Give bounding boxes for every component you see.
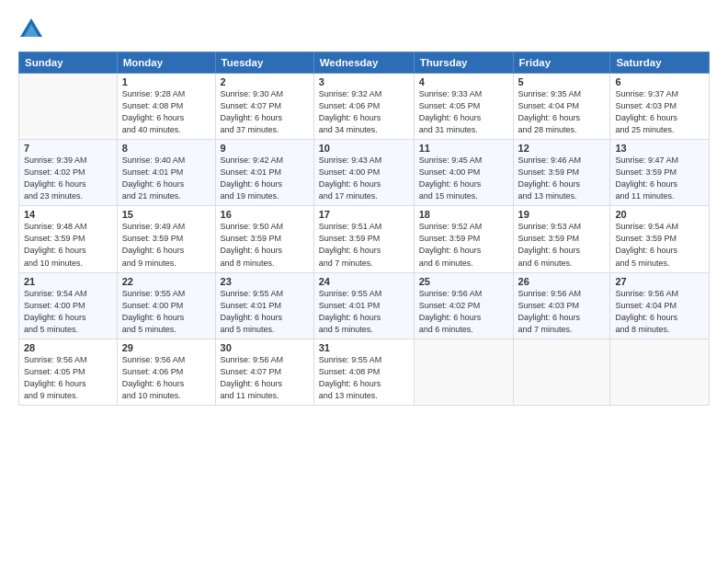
day-number: 26 bbox=[518, 276, 606, 287]
calendar-cell: 18Sunrise: 9:52 AMSunset: 3:59 PMDayligh… bbox=[414, 206, 513, 272]
day-number: 31 bbox=[319, 342, 409, 353]
calendar-cell bbox=[19, 74, 118, 140]
day-number: 2 bbox=[221, 76, 309, 87]
calendar-cell: 23Sunrise: 9:55 AMSunset: 4:01 PMDayligh… bbox=[215, 272, 313, 339]
calendar-cell: 7Sunrise: 9:39 AMSunset: 4:02 PMDaylight… bbox=[19, 140, 118, 206]
day-info: Sunrise: 9:50 AMSunset: 3:59 PMDaylight:… bbox=[221, 221, 309, 269]
logo-icon bbox=[18, 17, 44, 42]
day-info: Sunrise: 9:47 AMSunset: 3:59 PMDaylight:… bbox=[615, 155, 704, 202]
calendar-cell: 2Sunrise: 9:30 AMSunset: 4:07 PMDaylight… bbox=[215, 74, 313, 140]
calendar-cell: 1Sunrise: 9:28 AMSunset: 4:08 PMDaylight… bbox=[117, 74, 215, 140]
day-number: 7 bbox=[24, 143, 112, 154]
calendar-cell: 9Sunrise: 9:42 AMSunset: 4:01 PMDaylight… bbox=[215, 140, 313, 206]
day-number: 19 bbox=[518, 209, 606, 220]
day-number: 10 bbox=[319, 143, 409, 154]
day-info: Sunrise: 9:42 AMSunset: 4:01 PMDaylight:… bbox=[221, 155, 309, 202]
calendar-cell: 14Sunrise: 9:48 AMSunset: 3:59 PMDayligh… bbox=[19, 206, 118, 272]
calendar-cell bbox=[610, 339, 710, 405]
day-info: Sunrise: 9:55 AMSunset: 4:01 PMDaylight:… bbox=[221, 288, 309, 336]
calendar-table: SundayMondayTuesdayWednesdayThursdayFrid… bbox=[18, 52, 710, 406]
day-info: Sunrise: 9:48 AMSunset: 3:59 PMDaylight:… bbox=[24, 221, 112, 269]
day-number: 20 bbox=[615, 209, 704, 220]
day-number: 24 bbox=[319, 276, 409, 287]
day-number: 4 bbox=[419, 76, 508, 87]
day-info: Sunrise: 9:56 AMSunset: 4:02 PMDaylight:… bbox=[419, 288, 508, 336]
weekday-header: Sunday bbox=[19, 52, 118, 74]
day-info: Sunrise: 9:49 AMSunset: 3:59 PMDaylight:… bbox=[122, 221, 210, 269]
day-info: Sunrise: 9:54 AMSunset: 3:59 PMDaylight:… bbox=[615, 221, 704, 269]
day-number: 22 bbox=[122, 276, 210, 287]
logo bbox=[18, 17, 48, 42]
day-number: 18 bbox=[419, 209, 508, 220]
day-number: 3 bbox=[319, 76, 409, 87]
day-info: Sunrise: 9:56 AMSunset: 4:05 PMDaylight:… bbox=[24, 354, 112, 402]
day-info: Sunrise: 9:40 AMSunset: 4:01 PMDaylight:… bbox=[122, 155, 210, 202]
day-info: Sunrise: 9:56 AMSunset: 4:06 PMDaylight:… bbox=[122, 354, 210, 402]
day-info: Sunrise: 9:28 AMSunset: 4:08 PMDaylight:… bbox=[122, 88, 210, 136]
weekday-header: Thursday bbox=[414, 52, 513, 74]
calendar-cell: 25Sunrise: 9:56 AMSunset: 4:02 PMDayligh… bbox=[414, 272, 513, 339]
day-info: Sunrise: 9:35 AMSunset: 4:04 PMDaylight:… bbox=[518, 88, 606, 136]
calendar-cell: 28Sunrise: 9:56 AMSunset: 4:05 PMDayligh… bbox=[19, 339, 118, 405]
day-info: Sunrise: 9:46 AMSunset: 3:59 PMDaylight:… bbox=[518, 155, 606, 202]
calendar-cell: 12Sunrise: 9:46 AMSunset: 3:59 PMDayligh… bbox=[513, 140, 610, 206]
day-info: Sunrise: 9:39 AMSunset: 4:02 PMDaylight:… bbox=[24, 155, 112, 202]
day-number: 23 bbox=[221, 276, 309, 287]
day-number: 30 bbox=[221, 342, 309, 353]
day-info: Sunrise: 9:30 AMSunset: 4:07 PMDaylight:… bbox=[221, 88, 309, 136]
calendar-cell: 29Sunrise: 9:56 AMSunset: 4:06 PMDayligh… bbox=[117, 339, 215, 405]
calendar-cell bbox=[414, 339, 513, 405]
calendar-cell: 24Sunrise: 9:55 AMSunset: 4:01 PMDayligh… bbox=[313, 272, 414, 339]
day-info: Sunrise: 9:55 AMSunset: 4:08 PMDaylight:… bbox=[319, 354, 409, 402]
day-info: Sunrise: 9:52 AMSunset: 3:59 PMDaylight:… bbox=[419, 221, 508, 269]
day-number: 25 bbox=[419, 276, 508, 287]
weekday-header: Friday bbox=[513, 52, 610, 74]
calendar-cell: 31Sunrise: 9:55 AMSunset: 4:08 PMDayligh… bbox=[313, 339, 414, 405]
day-number: 6 bbox=[615, 76, 704, 87]
weekday-header: Saturday bbox=[610, 52, 710, 74]
calendar-cell: 15Sunrise: 9:49 AMSunset: 3:59 PMDayligh… bbox=[117, 206, 215, 272]
calendar-cell bbox=[513, 339, 610, 405]
calendar-cell: 26Sunrise: 9:56 AMSunset: 4:03 PMDayligh… bbox=[513, 272, 610, 339]
day-info: Sunrise: 9:53 AMSunset: 3:59 PMDaylight:… bbox=[518, 221, 606, 269]
day-number: 13 bbox=[615, 143, 704, 154]
calendar-cell: 16Sunrise: 9:50 AMSunset: 3:59 PMDayligh… bbox=[215, 206, 313, 272]
day-info: Sunrise: 9:51 AMSunset: 3:59 PMDaylight:… bbox=[319, 221, 409, 269]
calendar-cell: 11Sunrise: 9:45 AMSunset: 4:00 PMDayligh… bbox=[414, 140, 513, 206]
calendar-cell: 6Sunrise: 9:37 AMSunset: 4:03 PMDaylight… bbox=[610, 74, 710, 140]
calendar-cell: 10Sunrise: 9:43 AMSunset: 4:00 PMDayligh… bbox=[313, 140, 414, 206]
calendar-cell: 3Sunrise: 9:32 AMSunset: 4:06 PMDaylight… bbox=[313, 74, 414, 140]
weekday-header: Monday bbox=[117, 52, 215, 74]
day-info: Sunrise: 9:37 AMSunset: 4:03 PMDaylight:… bbox=[615, 88, 704, 136]
calendar-cell: 21Sunrise: 9:54 AMSunset: 4:00 PMDayligh… bbox=[19, 272, 118, 339]
page-header bbox=[18, 17, 710, 42]
calendar-cell: 20Sunrise: 9:54 AMSunset: 3:59 PMDayligh… bbox=[610, 206, 710, 272]
day-number: 1 bbox=[122, 76, 210, 87]
day-number: 28 bbox=[24, 342, 112, 353]
day-number: 17 bbox=[319, 209, 409, 220]
day-info: Sunrise: 9:43 AMSunset: 4:00 PMDaylight:… bbox=[319, 155, 409, 202]
day-info: Sunrise: 9:56 AMSunset: 4:03 PMDaylight:… bbox=[518, 288, 606, 336]
day-info: Sunrise: 9:55 AMSunset: 4:00 PMDaylight:… bbox=[122, 288, 210, 336]
day-number: 21 bbox=[24, 276, 112, 287]
calendar-cell: 4Sunrise: 9:33 AMSunset: 4:05 PMDaylight… bbox=[414, 74, 513, 140]
calendar-cell: 19Sunrise: 9:53 AMSunset: 3:59 PMDayligh… bbox=[513, 206, 610, 272]
day-number: 27 bbox=[615, 276, 704, 287]
weekday-header: Tuesday bbox=[215, 52, 313, 74]
calendar-cell: 8Sunrise: 9:40 AMSunset: 4:01 PMDaylight… bbox=[117, 140, 215, 206]
calendar-cell: 30Sunrise: 9:56 AMSunset: 4:07 PMDayligh… bbox=[215, 339, 313, 405]
calendar-cell: 27Sunrise: 9:56 AMSunset: 4:04 PMDayligh… bbox=[610, 272, 710, 339]
day-info: Sunrise: 9:56 AMSunset: 4:07 PMDaylight:… bbox=[221, 354, 309, 402]
day-number: 16 bbox=[221, 209, 309, 220]
day-number: 9 bbox=[221, 143, 309, 154]
day-number: 5 bbox=[518, 76, 606, 87]
day-number: 12 bbox=[518, 143, 606, 154]
day-number: 8 bbox=[122, 143, 210, 154]
calendar-cell: 22Sunrise: 9:55 AMSunset: 4:00 PMDayligh… bbox=[117, 272, 215, 339]
day-info: Sunrise: 9:32 AMSunset: 4:06 PMDaylight:… bbox=[319, 88, 409, 136]
day-info: Sunrise: 9:45 AMSunset: 4:00 PMDaylight:… bbox=[419, 155, 508, 202]
day-info: Sunrise: 9:33 AMSunset: 4:05 PMDaylight:… bbox=[419, 88, 508, 136]
day-number: 11 bbox=[419, 143, 508, 154]
calendar-cell: 17Sunrise: 9:51 AMSunset: 3:59 PMDayligh… bbox=[313, 206, 414, 272]
day-info: Sunrise: 9:55 AMSunset: 4:01 PMDaylight:… bbox=[319, 288, 409, 336]
